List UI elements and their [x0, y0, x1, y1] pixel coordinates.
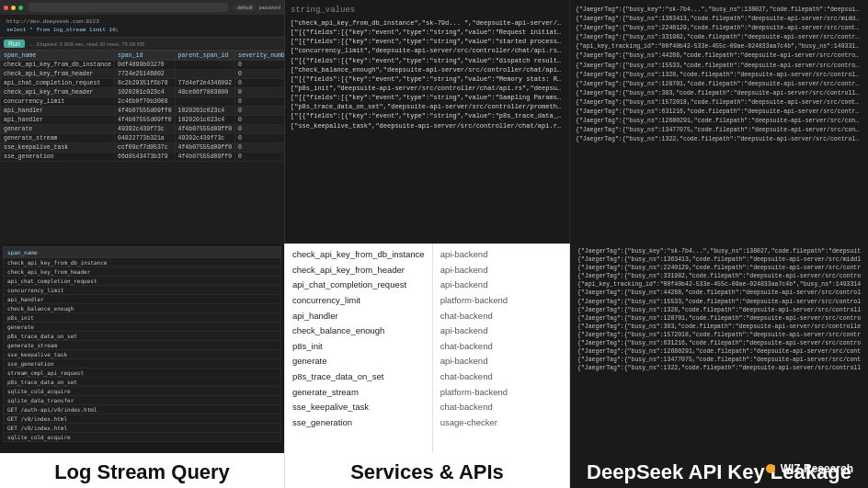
right-line: {"JaegerTag":{"busy_key":"sk-7b4...","bu…: [576, 6, 862, 14]
tab-default[interactable]: default: [234, 4, 257, 11]
table-cell: 1020201c023c4: [115, 88, 176, 97]
url-bar: [29, 3, 228, 12]
sv-line: ["check_api_key_from_db_instance","sk-79…: [291, 18, 564, 28]
sql-line2: select * from log_stream limit 10;: [5, 26, 280, 34]
services-title: Services & APIs: [285, 460, 569, 484]
right-line: {"JaegerTag":{"busy_ns":1363413,"code.fi…: [576, 15, 862, 23]
ls-cell: generate: [4, 323, 281, 332]
ls-row: generate: [4, 323, 281, 332]
right-line: {"JaegerTag":{"busy_ns":2240129,"code.fi…: [576, 24, 862, 32]
service-name-item: api_chat_completion_request: [292, 278, 425, 293]
ls-cell: sse_generation: [4, 359, 281, 369]
deepseek-line: {"JaegerTag":{"busy_ns":331982,"code.fil…: [577, 272, 861, 280]
url-text: [29, 11, 32, 17]
service-name-item: check_api_key_from_db_instance: [292, 247, 425, 263]
service-backend-item: usage-checker: [440, 415, 562, 431]
ls-col-span: span_name: [4, 247, 281, 258]
table-cell: check_api_key_from_header: [1, 88, 115, 97]
table-cell: sse_generation: [1, 153, 115, 162]
ls-row: p8s_init: [4, 313, 281, 323]
deepseek-line: {"JaegerTag":{"busy_ns":1572018,"code.fi…: [577, 331, 861, 339]
service-backend-item: api-backend: [440, 323, 562, 339]
table-cell: 8c2b29351f6b78: [115, 79, 176, 88]
table-cell: [175, 97, 235, 107]
table-cell: 49392c439f73c: [115, 125, 176, 134]
table-cell: 4f4b07555d09ff0: [175, 125, 235, 134]
sv-line: ["sse_keepalive_task","deepsuite-api-ser…: [291, 121, 564, 131]
table-row: api_handler4f4b07555d09ff01020201c023c40…: [1, 107, 285, 116]
run-button[interactable]: Run: [4, 40, 25, 48]
service-name-item: check_api_key_from_header: [292, 263, 425, 278]
wiz-text: WIZ Research: [781, 462, 853, 475]
deepseek-line: {"JaegerTag":{"busy_ns":12680291,"code.f…: [577, 347, 861, 356]
service-name-item: p8s_trace_data_on_set: [292, 369, 425, 385]
sql-editor[interactable]: http://dev.deepseek.com:8123 select * fr…: [0, 15, 284, 38]
deepseek-line: {"JaegerTag":{"busy_ns":128701,"code.fil…: [577, 314, 861, 323]
ls-cell: concurrency_limit: [4, 286, 281, 295]
sv-line: ["[{"fields":[{"key":"event","type":"str…: [291, 28, 564, 37]
services-backends: api-backendapi-backendapi-backendplatfor…: [440, 247, 562, 431]
deepseek-line: {"JaegerTag":{"busy_ns":631216,"code.fil…: [577, 339, 861, 347]
ls-cell: sqlite_data_transfer: [4, 396, 281, 405]
col-span-name: span_name: [1, 51, 115, 61]
browser-tabs: default password: [234, 4, 280, 11]
right-line: {"api_key_tracking_id":"00f40b42-533e-45…: [576, 42, 862, 51]
log-stream-title-container: Log Stream Query: [0, 453, 284, 488]
db-status: Elapsed: 0.009 sec, read 20 rows, 76.08 …: [37, 41, 144, 47]
right-line: {"JaegerTag":{"busy_ns":1322,"code.filep…: [576, 135, 862, 143]
table-cell: 0df4899b03270: [115, 61, 176, 70]
sv-header: string_values: [291, 6, 564, 15]
table-row: check_api_key_from_header1020201c023c448…: [1, 88, 285, 97]
ls-row: check_api_key_from_header: [4, 267, 281, 277]
ls-cell: api_handler: [4, 295, 281, 304]
ls-row: p8s_trace_data_on_set: [4, 332, 281, 341]
log-stream-screenshot: span_name check_api_key_from_db_instance…: [0, 244, 284, 453]
wiz-dot: [766, 464, 775, 473]
table-row: concurrency_limit2c46b0f70b30080ok: [1, 97, 285, 107]
close-dot: [4, 6, 8, 10]
ls-cell: GET /v0/index.html: [4, 424, 281, 433]
table-cell: 0: [235, 153, 284, 162]
services-title-container: Services & APIs: [285, 453, 569, 488]
col-severity: severity_number: [235, 51, 284, 61]
minimize-dot: [11, 6, 16, 10]
log-stream-panel: span_name check_api_key_from_db_instance…: [0, 244, 285, 488]
services-right-col: api-backendapi-backendapi-backendplatfor…: [433, 244, 569, 453]
right-line: {"JaegerTag":{"busy_ns":44288,"code.file…: [576, 51, 862, 60]
table-cell: 49392c439f73c: [175, 134, 235, 143]
ls-cell: GET /v0/index.html: [4, 414, 281, 424]
ls-cell: api_chat_completion_request: [4, 277, 281, 286]
sv-line: ["[{"fields":[{"key":"event","type":"str…: [291, 74, 564, 84]
ls-row: api_handler: [4, 295, 281, 304]
deepseek-line: {"JaegerTag":{"busy_ns":2240129,"code.fi…: [577, 264, 861, 272]
service-name-item: sse_generation: [292, 415, 425, 431]
service-name-item: generate: [292, 354, 425, 369]
deepseek-line: {"JaegerTag":{"busy_ns":1322,"code.filep…: [577, 364, 861, 372]
log-stream-title: Log Stream Query: [0, 460, 284, 484]
ls-row: p8s_trace_data_on_set: [4, 378, 281, 387]
ls-cell: check_balance_enough: [4, 304, 281, 313]
table-row: sse_generation66d8543473b3794f4b07555d09…: [1, 153, 285, 162]
table-cell: 0: [235, 116, 284, 125]
right-lines: {"JaegerTag":{"busy_key":"sk-7b4...","bu…: [576, 6, 862, 143]
sv-line: ["[{"fields":[{"key":"event","type":"str…: [291, 93, 564, 102]
string-values-panel: string_values ["check_api_key_from_db_in…: [285, 0, 570, 244]
table-row: generate49392c439f73c4f4b07555d09ff00ok: [1, 125, 285, 134]
table-cell: 66d8543473b379: [115, 153, 176, 162]
ls-cell: p8s_init: [4, 313, 281, 323]
right-panel: {"JaegerTag":{"busy_key":"sk-7b4...","bu…: [570, 0, 868, 244]
editor-icon: ⌄: [29, 40, 33, 47]
browser-panel: default password http://dev.deepseek.com…: [0, 0, 285, 244]
table-cell: concurrency_limit: [1, 97, 115, 107]
service-name-item: sse_keepalive_task: [292, 400, 425, 415]
table-cell: 0: [235, 61, 284, 70]
service-name-item: check_balance_enough: [292, 323, 425, 339]
ls-row: generate_stream: [4, 341, 281, 350]
table-cell: 0: [235, 79, 284, 88]
ls-row: sse_generation: [4, 359, 281, 369]
table-cell: 0: [235, 88, 284, 97]
table-body: check_api_key_from_db_instance0df4899b03…: [1, 61, 285, 162]
ls-row: check_api_key_from_db_instance: [4, 258, 281, 267]
deepseek-line: {"api_key_tracking_id":"00f40b42-533e-45…: [577, 280, 861, 289]
service-name-item: concurrency_limit: [292, 293, 425, 309]
